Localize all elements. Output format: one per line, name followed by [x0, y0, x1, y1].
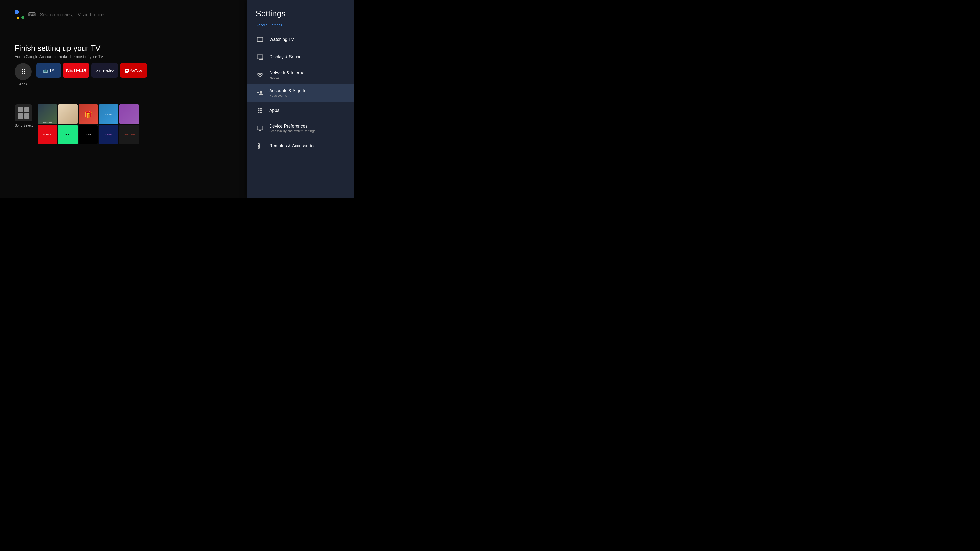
device-title: Device Preferences	[269, 124, 345, 129]
sony-section: Sony Select OLD GUARD 🎁 FRIENDS NETFLIX …	[14, 105, 139, 144]
content-thumb-gift[interactable]: 🎁	[78, 105, 98, 124]
settings-item-accounts[interactable]: Accounts & Sign In No accounts	[247, 84, 354, 102]
sony-select-icon[interactable]	[15, 105, 32, 121]
apps-launcher-icon[interactable]: ⠿	[14, 63, 32, 80]
settings-section-label: General Settings	[247, 23, 354, 31]
app-tiles-row: 📺 TV NETFLIX prime video ▶ YouTube	[37, 63, 147, 78]
netflix-app-tile[interactable]: NETFLIX	[63, 63, 89, 78]
wifi-icon	[256, 70, 264, 79]
search-bar: ⌨ Search movies, TV, and more	[14, 10, 103, 19]
watching-tv-title: Watching TV	[269, 37, 345, 42]
tv-icon	[256, 35, 264, 44]
finish-setup-subtitle: Add a Google Account to make the most of…	[14, 55, 103, 59]
settings-item-remotes[interactable]: Remotes & Accessories	[247, 137, 354, 155]
content-thumb-king[interactable]	[119, 105, 139, 124]
settings-item-display-sound[interactable]: Display & Sound	[247, 48, 354, 66]
remotes-title: Remotes & Accessories	[269, 143, 345, 148]
svg-point-0	[261, 58, 263, 60]
google-assistant-icon	[14, 10, 24, 19]
settings-item-device[interactable]: Device Preferences Accessibility and sys…	[247, 119, 354, 137]
apps-label: Apps	[19, 82, 27, 86]
dot-yellow	[16, 17, 19, 19]
finish-setup-title: Finish setting up your TV	[14, 44, 103, 53]
remote-icon	[256, 141, 264, 150]
tv-icon-small: 📺	[43, 68, 48, 73]
apps-settings-icon	[256, 106, 264, 115]
account-icon	[256, 89, 264, 97]
content-thumb-friends[interactable]: FRIENDS	[99, 105, 118, 124]
content-label-fandango[interactable]: FANDANGO NOW	[119, 125, 139, 144]
sony-label: Sony Select	[14, 124, 33, 127]
content-label-netflix[interactable]: NETFLIX	[38, 125, 57, 144]
prime-video-app-tile[interactable]: prime video	[91, 63, 118, 78]
apps-title: Apps	[269, 108, 345, 113]
content-label-hulu[interactable]: hulu	[58, 125, 78, 144]
search-placeholder[interactable]: Search movies, TV, and more	[40, 12, 103, 17]
apps-section: ⠿ Apps 📺 TV NETFLIX prime video ▶ YouTub…	[14, 63, 147, 86]
settings-item-watching-tv[interactable]: Watching TV	[247, 31, 354, 48]
network-title: Network & Internet	[269, 70, 345, 75]
content-thumb-palm[interactable]	[58, 105, 78, 124]
content-thumb-oldguard[interactable]: OLD GUARD	[38, 105, 57, 124]
sony-icon-container: Sony Select	[14, 105, 33, 127]
settings-title: Settings	[247, 0, 354, 23]
settings-item-network[interactable]: Network & Internet fddbc2	[247, 66, 354, 84]
sony-content-grid: OLD GUARD 🎁 FRIENDS NETFLIX hulu SONY HB…	[38, 105, 139, 144]
finish-setup-banner: Finish setting up your TV Add a Google A…	[14, 44, 103, 59]
dot-green	[21, 16, 24, 19]
device-icon	[256, 124, 264, 133]
tv-app-tile[interactable]: 📺 TV	[37, 63, 61, 78]
content-label-hbomax[interactable]: HBOMAX	[99, 125, 118, 144]
apps-icon-container: ⠿ Apps	[14, 63, 32, 86]
settings-item-apps[interactable]: Apps	[247, 102, 354, 119]
network-subtitle: fddbc2	[269, 76, 345, 79]
settings-panel: Settings General Settings Watching TV	[247, 0, 354, 198]
accounts-title: Accounts & Sign In	[269, 88, 345, 93]
keyboard-icon[interactable]: ⌨	[28, 11, 36, 18]
dot-blue	[14, 10, 19, 14]
device-subtitle: Accessibility and system settings	[269, 129, 345, 133]
settings-menu: Watching TV Display & Sound	[247, 31, 354, 155]
accounts-subtitle: No accounts	[269, 94, 345, 97]
display-sound-title: Display & Sound	[269, 54, 345, 60]
content-label-sony[interactable]: SONY	[78, 125, 98, 144]
youtube-app-tile[interactable]: ▶ YouTube	[120, 63, 147, 78]
display-sound-icon	[256, 53, 264, 62]
